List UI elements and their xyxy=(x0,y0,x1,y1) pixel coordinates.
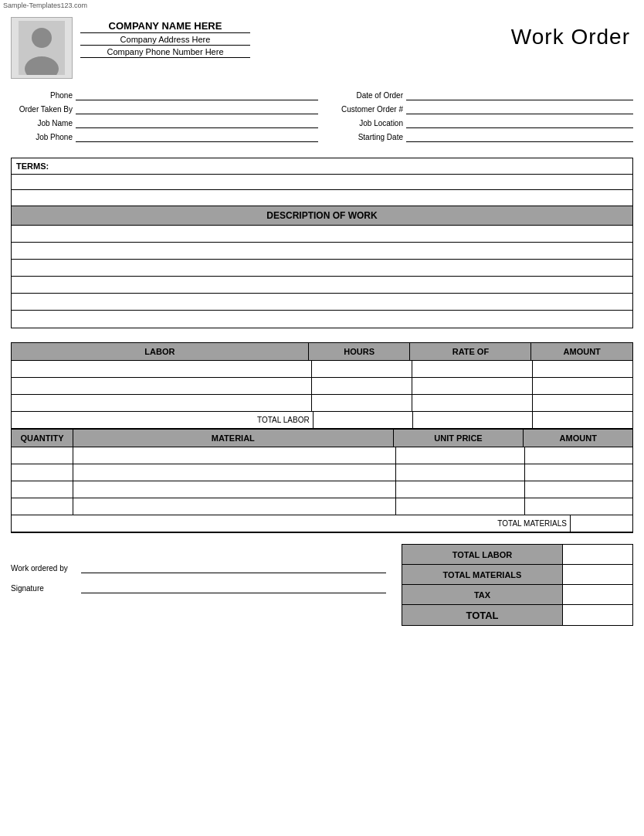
header-section: COMPANY NAME HERE Company Address Here C… xyxy=(0,11,644,82)
avatar xyxy=(11,17,73,79)
labor-cell-1-3[interactable] xyxy=(412,361,533,377)
mat-cell-1-1[interactable] xyxy=(12,447,73,464)
mat-cell-1-3[interactable] xyxy=(396,447,526,464)
desc-row-2[interactable] xyxy=(12,243,632,260)
total-labor-hours-cell[interactable] xyxy=(314,412,414,428)
mat-cell-1-2[interactable] xyxy=(73,447,396,464)
labor-cell-2-2[interactable] xyxy=(312,378,412,394)
terms-section: TERMS: xyxy=(11,158,633,206)
summary-total-labor-row: TOTAL LABOR xyxy=(402,545,632,565)
job-location-label: Job Location xyxy=(326,119,403,127)
total-materials-label: TOTAL MATERIALS xyxy=(12,515,571,532)
form-row-4: Job Phone Starting Date xyxy=(11,131,633,142)
description-section: DESCRIPTION OF WORK xyxy=(11,206,633,328)
mat-cell-2-2[interactable] xyxy=(73,464,396,481)
labor-cell-3-2[interactable] xyxy=(312,395,412,411)
unit-col-header: UNIT PRICE xyxy=(394,430,524,447)
labor-col-header: LABOR xyxy=(12,343,309,360)
job-phone-input[interactable] xyxy=(76,131,318,142)
job-name-label: Job Name xyxy=(11,119,73,127)
summary-tax-value[interactable] xyxy=(563,585,632,604)
company-info: COMPANY NAME HERE Company Address Here C… xyxy=(80,17,250,58)
labor-cell-1-4[interactable] xyxy=(533,361,632,377)
date-of-order-input[interactable] xyxy=(406,90,633,100)
job-name-pair: Job Name xyxy=(11,117,318,128)
total-labor-rate-cell[interactable] xyxy=(413,412,533,428)
order-taken-input[interactable] xyxy=(76,104,318,114)
phone-pair: Phone xyxy=(11,90,318,100)
description-header: DESCRIPTION OF WORK xyxy=(12,206,632,226)
desc-row-4[interactable] xyxy=(12,277,632,294)
summary-table: TOTAL LABOR TOTAL MATERIALS TAX TOTAL xyxy=(402,544,633,626)
header-left: COMPANY NAME HERE Company Address Here C… xyxy=(11,17,250,79)
mat-cell-4-4[interactable] xyxy=(525,498,632,515)
work-order-title: Work Order xyxy=(511,17,633,49)
desc-row-3[interactable] xyxy=(12,260,632,277)
mat-cell-3-3[interactable] xyxy=(396,481,526,498)
mat-cell-2-1[interactable] xyxy=(12,464,73,481)
work-ordered-by-line[interactable] xyxy=(81,562,386,573)
summary-tax-label: TAX xyxy=(402,585,563,604)
form-section: Phone Date of Order Order Taken By Custo… xyxy=(0,82,644,148)
job-location-pair: Job Location xyxy=(326,117,633,128)
total-labor-row: TOTAL LABOR xyxy=(12,412,632,429)
summary-total-row: TOTAL xyxy=(402,605,632,625)
amount-col-header: AMOUNT xyxy=(531,343,632,360)
labor-cell-1-1[interactable] xyxy=(12,361,312,377)
desc-row-1[interactable] xyxy=(12,226,632,243)
labor-cell-2-1[interactable] xyxy=(12,378,312,394)
date-of-order-label: Date of Order xyxy=(326,91,403,100)
labor-cell-2-3[interactable] xyxy=(412,378,533,394)
terms-row-2[interactable] xyxy=(12,190,632,206)
mat-row-3 xyxy=(12,481,632,498)
summary-total-materials-row: TOTAL MATERIALS xyxy=(402,565,632,585)
mat-cell-4-1[interactable] xyxy=(12,498,73,515)
labor-cell-2-4[interactable] xyxy=(533,378,632,394)
company-name: COMPANY NAME HERE xyxy=(80,20,250,33)
mat-cell-2-3[interactable] xyxy=(396,464,526,481)
mat-cell-4-3[interactable] xyxy=(396,498,526,515)
form-row-2: Order Taken By Customer Order # xyxy=(11,104,633,114)
desc-row-6[interactable] xyxy=(12,311,632,328)
terms-row-1[interactable] xyxy=(12,175,632,190)
labor-section: LABOR HOURS RATE OF AMOUNT TOTAL LABOR Q… xyxy=(11,342,633,533)
labor-cell-3-3[interactable] xyxy=(412,395,533,411)
summary-total-value[interactable] xyxy=(563,605,632,625)
total-labor-amount-cell[interactable] xyxy=(533,412,632,428)
mat-cell-2-4[interactable] xyxy=(525,464,632,481)
signature-label: Signature xyxy=(11,584,76,593)
job-name-input[interactable] xyxy=(76,117,318,128)
phone-input[interactable] xyxy=(76,90,318,100)
form-row-1: Phone Date of Order xyxy=(11,90,633,100)
mat-cell-3-2[interactable] xyxy=(73,481,396,498)
mat-cell-3-4[interactable] xyxy=(525,481,632,498)
labor-data-row-3 xyxy=(12,395,632,412)
total-materials-value[interactable] xyxy=(571,515,632,532)
material-col-header: MATERIAL xyxy=(73,430,394,447)
desc-row-5[interactable] xyxy=(12,294,632,311)
labor-cell-3-4[interactable] xyxy=(533,395,632,411)
mat-cell-3-1[interactable] xyxy=(12,481,73,498)
job-phone-pair: Job Phone xyxy=(11,131,318,142)
job-location-input[interactable] xyxy=(406,117,633,128)
summary-total-materials-value[interactable] xyxy=(563,565,632,584)
labor-cell-3-1[interactable] xyxy=(12,395,312,411)
summary-total-labor-value[interactable] xyxy=(563,545,632,564)
customer-order-input[interactable] xyxy=(406,104,633,114)
labor-cell-1-2[interactable] xyxy=(312,361,412,377)
work-ordered-by-row: Work ordered by xyxy=(11,562,386,573)
mat-cell-4-2[interactable] xyxy=(73,498,396,515)
summary-total-materials-label: TOTAL MATERIALS xyxy=(402,565,563,584)
form-row-3: Job Name Job Location xyxy=(11,117,633,128)
summary-total-labor-label: TOTAL LABOR xyxy=(402,545,563,564)
phone-label: Phone xyxy=(11,91,73,100)
mat-row-1 xyxy=(12,447,632,464)
signature-section: Work ordered by Signature xyxy=(11,544,402,603)
starting-date-input[interactable] xyxy=(406,131,633,142)
summary-section: Work ordered by Signature TOTAL LABOR TO… xyxy=(11,544,633,626)
summary-total-label: TOTAL xyxy=(402,605,563,625)
signature-line[interactable] xyxy=(81,583,386,593)
work-ordered-by-label: Work ordered by xyxy=(11,564,76,573)
mat-cell-1-4[interactable] xyxy=(525,447,632,464)
order-taken-pair: Order Taken By xyxy=(11,104,318,114)
